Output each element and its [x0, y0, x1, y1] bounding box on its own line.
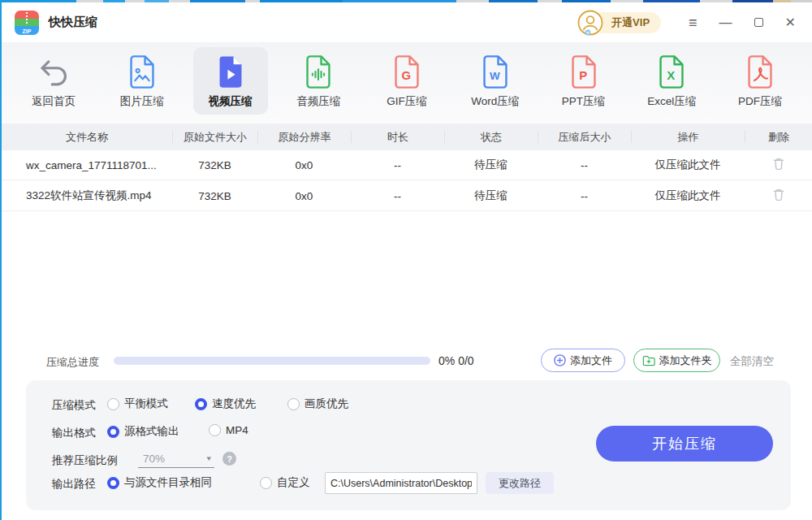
radio-label: 与源文件目录相同 — [124, 475, 212, 490]
app-window: ZIP 快快压缩 开通VIP ≡ — — [0, 0, 812, 520]
title-bar: ZIP 快快压缩 开通VIP ≡ — — [2, 2, 812, 42]
col-header-duration: 时长 — [351, 131, 444, 143]
toolbar-item-label: 图片压缩 — [120, 94, 164, 109]
toolbar-item-ppt-compress[interactable]: P PPT压缩 — [546, 47, 621, 115]
svg-text:X: X — [667, 69, 676, 82]
cell-status: 待压缩 — [444, 188, 538, 203]
radio-dot — [107, 477, 119, 489]
total-progress-bar — [114, 357, 430, 365]
image-file-icon — [128, 54, 156, 90]
radio-same-as-source[interactable]: 与源文件目录相同 — [107, 475, 212, 490]
toolbar-item-label: 音频压缩 — [296, 94, 340, 109]
table-row[interactable]: 3322软件站宣传视频.mp4 732KB 0x0 -- 待压缩 -- 仅压缩此… — [2, 181, 812, 211]
radio-balanced-mode[interactable]: 平衡模式 — [107, 396, 168, 411]
total-progress-label: 压缩总进度 — [46, 355, 99, 370]
col-header-action: 操作 — [631, 131, 745, 143]
toolbar-item-label: Excel压缩 — [647, 94, 696, 109]
cell-original-size: 732KB — [172, 159, 257, 171]
compress-type-toolbar: 返回首页 图片压缩 视频压缩 — [2, 42, 812, 124]
radio-mp4[interactable]: MP4 — [209, 424, 248, 436]
radio-dot — [209, 424, 221, 436]
radio-dot — [287, 398, 300, 410]
col-header-resolution: 原始分辨率 — [257, 131, 351, 143]
radio-source-format[interactable]: 源格式输出 — [107, 424, 179, 439]
radio-dot — [195, 398, 207, 410]
radio-dot — [260, 477, 272, 489]
chevron-down-icon: ▾ — [206, 454, 211, 462]
radio-quality-priority[interactable]: 画质优先 — [287, 396, 348, 411]
cell-status: 待压缩 — [444, 158, 538, 172]
start-compress-button[interactable]: 开始压缩 — [596, 426, 773, 462]
compress-mode-label: 压缩模式 — [52, 398, 96, 413]
toolbar-item-excel-compress[interactable]: X Excel压缩 — [634, 47, 709, 115]
delete-file-icon[interactable] — [772, 157, 785, 171]
radio-label: 速度优先 — [212, 396, 256, 411]
word-file-icon: W — [482, 54, 509, 90]
ratio-help-icon[interactable]: ? — [222, 452, 236, 466]
add-folder-label: 添加文件夹 — [659, 353, 712, 368]
toolbar-item-label: PPT压缩 — [562, 94, 605, 109]
cell-compressed-size: -- — [538, 159, 631, 171]
col-header-status: 状态 — [444, 131, 538, 143]
add-file-button[interactable]: 添加文件 — [541, 349, 625, 372]
app-title: 快快压缩 — [49, 15, 97, 30]
cell-compressed-size: -- — [538, 190, 631, 202]
cell-filename: wx_camera_1771118701... — [2, 159, 172, 171]
toolbar-item-pdf-compress[interactable]: PDF压缩 — [723, 47, 797, 115]
cell-original-size: 732KB — [172, 190, 257, 202]
clear-all-link[interactable]: 全部清空 — [730, 354, 774, 369]
pdf-file-icon — [746, 54, 774, 90]
vip-button[interactable]: 开通VIP — [592, 11, 661, 35]
cell-duration: -- — [351, 159, 444, 171]
change-path-button[interactable]: 更改路径 — [486, 472, 554, 494]
toolbar-item-word-compress[interactable]: W Word压缩 — [458, 47, 533, 115]
radio-dot — [107, 426, 119, 438]
custom-path-input[interactable] — [325, 472, 477, 494]
minimize-icon[interactable]: — — [719, 16, 732, 29]
add-folder-button[interactable]: 添加文件夹 — [633, 349, 720, 372]
compress-this-file-link[interactable]: 仅压缩此文件 — [631, 158, 745, 172]
col-header-compressed-size: 压缩后大小 — [538, 131, 631, 143]
folder-plus-icon — [642, 355, 655, 366]
radio-custom-path[interactable]: 自定义 — [260, 475, 310, 490]
radio-speed-priority[interactable]: 速度优先 — [195, 396, 256, 411]
gif-file-icon: G — [393, 54, 421, 90]
toolbar-item-label: 视频压缩 — [209, 94, 253, 109]
delete-file-icon[interactable] — [772, 188, 785, 202]
svg-text:G: G — [402, 69, 412, 82]
toolbar-item-image-compress[interactable]: 图片压缩 — [105, 47, 179, 115]
toolbar-item-gif-compress[interactable]: G GIF压缩 — [369, 47, 444, 115]
cell-filename: 3322软件站宣传视频.mp4 — [2, 188, 172, 203]
compress-this-file-link[interactable]: 仅压缩此文件 — [631, 188, 745, 203]
ratio-value: 70% — [143, 453, 165, 465]
file-table-header: 文件名称 原始文件大小 原始分辨率 时长 状态 压缩后大小 操作 删除 — [2, 124, 812, 150]
excel-file-icon: X — [658, 54, 685, 90]
ratio-select-dropdown[interactable]: 70% ▾ — [138, 450, 214, 468]
menu-icon[interactable]: ≡ — [689, 15, 698, 30]
close-icon[interactable]: ✕ — [785, 16, 796, 29]
radio-label: 平衡模式 — [124, 396, 168, 411]
toolbar-item-back-home[interactable]: 返回首页 — [16, 47, 91, 115]
radio-label: 画质优先 — [304, 396, 348, 411]
app-logo-zip-text: ZIP — [15, 28, 39, 34]
col-header-filename: 文件名称 — [2, 131, 172, 143]
progress-stats: 0% 0/0 — [438, 354, 474, 367]
settings-panel: 压缩模式 平衡模式 速度优先 画质优先 输出格式 源格式输出 MP4 推荐压缩比… — [26, 380, 791, 510]
radio-dot — [107, 398, 119, 410]
cell-resolution: 0x0 — [257, 159, 351, 171]
user-avatar-icon[interactable] — [577, 10, 603, 36]
output-format-label: 输出格式 — [52, 426, 96, 440]
cell-duration: -- — [351, 190, 444, 202]
maximize-icon[interactable] — [754, 18, 763, 27]
table-row[interactable]: wx_camera_1771118701... 732KB 0x0 -- 待压缩… — [2, 150, 812, 180]
progress-percent: 0% — [438, 354, 455, 367]
toolbar-item-label: GIF压缩 — [387, 94, 427, 109]
toolbar-item-video-compress[interactable]: 视频压缩 — [193, 47, 268, 115]
recommended-ratio-label: 推荐压缩比例 — [52, 453, 118, 468]
svg-text:P: P — [579, 69, 587, 82]
app-logo-icon: ZIP — [15, 11, 39, 35]
video-file-icon — [217, 54, 244, 90]
radio-label: 源格式输出 — [124, 424, 179, 439]
toolbar-item-audio-compress[interactable]: 音频压缩 — [281, 47, 356, 115]
cell-resolution: 0x0 — [257, 190, 351, 202]
